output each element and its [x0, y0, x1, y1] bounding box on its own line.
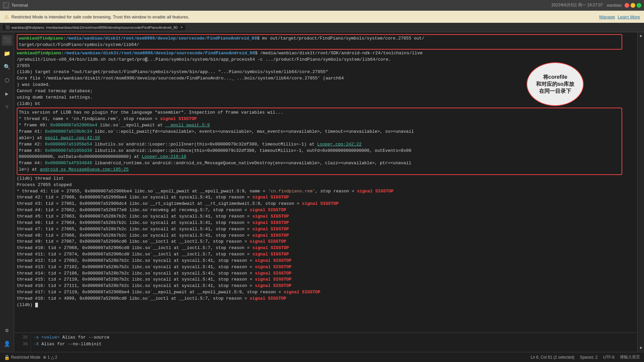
- banner-text: Restricted Mode is intended for safe cod…: [11, 14, 597, 19]
- encoding-indicator: UTF-8: [603, 355, 614, 360]
- sidebar-icon-settings[interactable]: ⚙: [2, 325, 12, 336]
- term-line-17: frame #2: 0x0000007a51056e54 libutils.so…: [19, 141, 620, 148]
- minimize-button[interactable]: [631, 3, 635, 8]
- term-line-39: thread #16: tid = 27111, 0x0000007a528b7…: [17, 283, 635, 289]
- learn-more-link[interactable]: Learn More: [618, 14, 640, 19]
- term-line-42: (lldb): [17, 302, 635, 308]
- term-line-23: Process 27055 stopped: [17, 182, 635, 188]
- term-line-1: wanbiao@findpiano:/media/wanbiao/disk1t/…: [19, 36, 620, 42]
- term-line-34: thread #11: tid = 27074, 0x0000007a52906…: [17, 251, 635, 258]
- sidebar-icon-extensions[interactable]: ⬡: [2, 75, 12, 86]
- term-line-35: thread #12: tid = 27092, 0x0000007a528b7…: [17, 258, 635, 264]
- term-line-30: thread #7: tid = 27065, 0x0000007a528b7b…: [17, 226, 635, 233]
- annotation-text: 将corefile 和对应的so库放 在同一目录下: [536, 74, 575, 95]
- title-bar-left: ⬛ Terminal: [3, 2, 28, 9]
- sidebar-icon-files[interactable]: 📁: [2, 48, 12, 59]
- maximize-button[interactable]: [637, 3, 641, 8]
- terminal-tab-label: wanbiao@findpiano: /media/wanbiao/disk1t…: [11, 25, 177, 29]
- term-line-3: wanbiao@findpiano:/media/wanbiao/disk1t/…: [17, 50, 635, 57]
- mini-code-content[interactable]: -s <value> Alias for --source -X Alias f…: [31, 333, 637, 352]
- title-bar: ⬛ Terminal 2023年6月5日 周一 19:27:07 wanbiao: [0, 0, 644, 11]
- term-line-29: thread #6: tid = 27064, 0x0000007a528b7b…: [17, 220, 635, 226]
- term-line-24: * thread #1: tid = 27055, 0x0000007a5290…: [17, 188, 635, 195]
- window-title: Terminal: [11, 3, 28, 8]
- status-bar: 🔒 Restricted Mode ⊗ 1 △ 2 Ln 6, Col 61 (…: [0, 352, 644, 362]
- term-line-12: This version of LLDB has no plugin for t…: [19, 110, 620, 116]
- term-line-20: frame #4: 0x0000007a4f834848 libandroid_…: [19, 160, 620, 167]
- term-line-22: (lldb) thread list: [17, 176, 635, 182]
- restricted-mode-label: Restricted Mode: [11, 355, 40, 360]
- mini-code-line-2: -X Alias for --no-lldbinit: [34, 341, 635, 348]
- status-left: 🔒 Restricted Mode ⊗ 1 △ 2: [4, 355, 57, 360]
- term-line-2: target/product/FindPiano/symbols/system/…: [19, 42, 620, 48]
- sidebar-icon-debug[interactable]: ▶: [2, 88, 12, 99]
- mini-editor: 35 36 -s <value> Alias for --source -X A…: [14, 333, 637, 352]
- username-display: wanbiao: [607, 3, 622, 8]
- line-numbers: 35 36: [14, 333, 31, 352]
- scroll-up-button[interactable]: ▲: [640, 34, 642, 38]
- term-line-38: thread #15: tid = 27110, 0x0000007a528b7…: [17, 277, 635, 283]
- restricted-mode-badge[interactable]: 🔒 Restricted Mode: [4, 355, 40, 360]
- line-number-36: 36: [17, 341, 28, 348]
- terminal-tab-icon: ⬛: [5, 25, 10, 29]
- term-line-26: thread #3: tid = 27061, 0x0000007a52906d…: [17, 201, 635, 207]
- terminal-cursor: [35, 303, 38, 307]
- warning-icon: ⚠: [4, 14, 9, 20]
- terminal-area[interactable]: wanbiao@findpiano:/media/wanbiao/disk1t/…: [14, 32, 637, 352]
- close-tab-button[interactable]: ✕: [180, 25, 183, 29]
- term-line-32: thread #9: tid = 27067, 0x0000007a52906c…: [17, 239, 635, 245]
- terminal-icon: ⬛: [3, 2, 9, 9]
- sidebar-icon-search[interactable]: 🔍: [2, 62, 12, 72]
- term-line-40: thread #17: tid = 27119, 0x0000007a52906…: [17, 289, 635, 296]
- tab-bar: ⬛ wanbiao@findpiano: /media/wanbiao/disk…: [0, 23, 644, 32]
- term-line-14: * frame #0: 0x0000007a52906be4 libc.so`_…: [19, 122, 620, 129]
- sidebar-icon-terminal[interactable]: ⬛: [2, 35, 12, 46]
- sidebar: ⬛ 📁 🔍 ⬡ ▶ ⑂ ⚙ 👤: [0, 32, 14, 352]
- main-layout: ⬛ 📁 🔍 ⬡ ▶ ⑂ ⚙ 👤 wanbiao@findpiano:/media…: [0, 32, 644, 352]
- term-line-33: thread #10: tid = 27068, 0x0000007a52906…: [17, 245, 635, 251]
- annotation-bubble: 将corefile 和对应的so库放 在同一目录下: [527, 62, 584, 106]
- term-line-28: thread #5: tid = 27063, 0x0000007a528b7b…: [17, 214, 635, 220]
- right-panel: ▲ ▼: [637, 32, 644, 352]
- mini-code-line-1: -s <value> Alias for --source: [34, 334, 635, 341]
- term-line-15: frame #1: 0x0000007a528b9c34 libc.so`::e…: [19, 129, 620, 135]
- term-line-4: /prebuilt/linux-x86_64/bin/lldb.sh out/t…: [17, 57, 635, 63]
- manage-link[interactable]: Manage: [599, 14, 615, 19]
- term-line-27: thread #4: tid = 27062, 0x0000007a529077…: [17, 207, 635, 214]
- highlighted-block-2: This version of LLDB has no plugin for t…: [17, 108, 622, 175]
- cursor-position: Ln 6, Col 61 (2 selected): [531, 355, 575, 360]
- language-indicator: 请输入语言: [620, 354, 640, 360]
- term-line-19: 0000000000000, outData=0x000000000000000…: [19, 154, 620, 160]
- term-line-31: thread #8: tid = 27066, 0x0000007a528b7b…: [17, 233, 635, 239]
- warnings-badge: ⊗ 1 △ 2: [43, 355, 57, 360]
- term-line-41: thread #18: tid = 4999, 0x0000007a52906c…: [17, 296, 635, 302]
- term-line-37: thread #14: tid = 27106, 0x0000007a528b7…: [17, 270, 635, 277]
- spaces-indicator: Spaces: 2: [580, 355, 598, 360]
- highlighted-block-1: wanbiao@findpiano:/media/wanbiao/disk1t/…: [17, 34, 622, 50]
- term-line-21: le>) at android_os_MessageQueue.cpp:185:…: [19, 167, 620, 173]
- sidebar-icon-account[interactable]: 👤: [2, 339, 12, 349]
- scroll-down-button[interactable]: ▼: [640, 346, 642, 351]
- status-right: Ln 6, Col 61 (2 selected) Spaces: 2 UTF-…: [531, 354, 640, 360]
- line-number-35: 35: [17, 334, 28, 341]
- datetime-display: 2023年6月5日 周一 19:27:07: [551, 2, 603, 8]
- term-line-25: thread #2: tid = 27060, 0x0000007a52906b…: [17, 194, 635, 201]
- restricted-mode-banner: ⚠ Restricted Mode is intended for safe c…: [0, 11, 644, 23]
- terminal-tab[interactable]: ⬛ wanbiao@findpiano: /media/wanbiao/disk…: [3, 24, 185, 30]
- sidebar-icon-git[interactable]: ⑂: [2, 102, 12, 113]
- term-line-16: able>) at epoll_pwait.cpp:42:10: [19, 135, 620, 141]
- term-line-18: frame #3: 0x0000007a51056d38 libutils.so…: [19, 148, 620, 154]
- close-button[interactable]: [625, 3, 629, 8]
- term-line-36: thread #13: tid = 27102, 0x0000007a528b7…: [17, 264, 635, 270]
- window-controls[interactable]: [625, 3, 641, 8]
- term-line-13: * thread #1, name = 'cn.findpiano.rem', …: [19, 116, 620, 122]
- lock-icon: 🔒: [4, 355, 10, 360]
- title-bar-right: 2023年6月5日 周一 19:27:07 wanbiao: [551, 2, 622, 8]
